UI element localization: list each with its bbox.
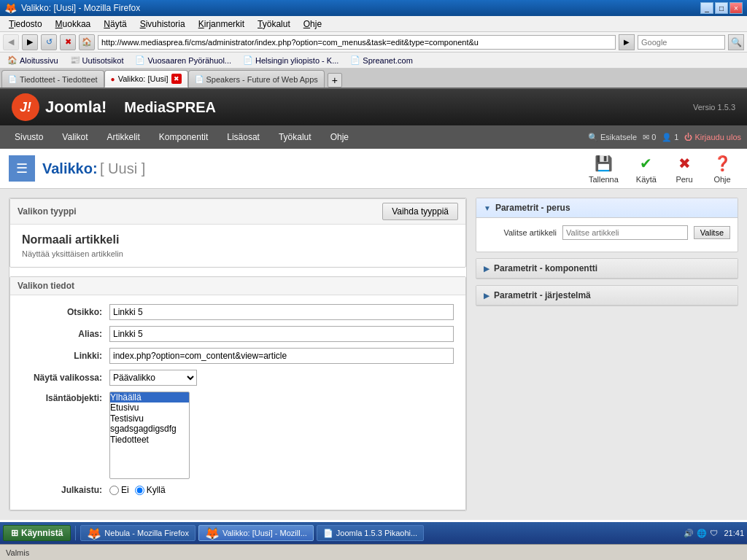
tab-favicon: 📄 (8, 75, 17, 83)
tab-tiedotteet[interactable]: 📄 Tiedotteet - Tiedotteet (1, 70, 104, 88)
bookmark-icon: 📰 (70, 55, 80, 65)
julkaistu-row: Julkaistu: Ei Kyllä (22, 485, 454, 495)
nayta-valikossa-row: Näytä valikossa: Päävalikko Valikko 2 (22, 370, 454, 386)
toolbar: 💾 Tallenna ✔ Käytä ✖ Peru ❓ Ohje (583, 150, 738, 187)
taskbar-joomla[interactable]: 📄 Joomla 1.5.3 Pikaohi... (317, 525, 424, 541)
menu-tyokalut[interactable]: Työkalut (252, 18, 296, 31)
linkki-label: Linkki: (22, 351, 109, 361)
valitse-artikkeli-input[interactable] (562, 225, 688, 240)
new-tab-button[interactable]: + (328, 73, 342, 88)
nav-sivusto[interactable]: Sivusto (6, 128, 52, 147)
bookmark-vuosaari[interactable]: 📄 Vuosaaren Pyörähuol... (131, 54, 236, 66)
system-tray-icon3: 🛡 (710, 529, 718, 537)
messages-badge[interactable]: ✉ 0 (643, 133, 656, 142)
users-icon: 👤 (662, 133, 672, 142)
logout-link[interactable]: ⏻ Kirjaudu ulos (684, 133, 741, 141)
bookmark-icon: 📄 (243, 55, 253, 65)
tab-favicon: 📄 (195, 75, 204, 83)
save-icon: 💾 (593, 153, 614, 174)
menu-nayta[interactable]: Näytä (98, 18, 132, 31)
menu-sivuhistoria[interactable]: Sivuhistoria (134, 18, 191, 31)
bookmark-aloitussivu[interactable]: 🏠 Aloitussivu (3, 54, 63, 66)
nav-valikot[interactable]: Valikot (53, 128, 96, 147)
cancel-button[interactable]: ✖ Peru (668, 150, 700, 187)
tab-valikko[interactable]: ● Valikko: [Uusi] ✖ (104, 70, 188, 88)
menu-tiedosto[interactable]: Tiedosto (3, 18, 48, 31)
back-button[interactable]: ◀ (3, 34, 19, 50)
help-button[interactable]: ❓ Ohje (706, 150, 738, 187)
alias-row: Alias: (22, 326, 454, 342)
close-button[interactable]: × (729, 2, 743, 14)
tab-speakers[interactable]: 📄 Speakers - Future of Web Apps (188, 70, 325, 88)
forward-button[interactable]: ▶ (22, 34, 38, 50)
joomla-nav: Sivusto Valikot Artikkelit Komponentit L… (0, 125, 747, 149)
save-button[interactable]: 💾 Tallenna (583, 150, 624, 187)
parametrit-jarjestelma-header[interactable]: ▶ Parametrit - järjestelmä (476, 286, 738, 306)
julkaistu-kylla-label: Kyllä (147, 485, 166, 495)
minimize-button[interactable]: _ (700, 2, 713, 14)
nav-artikkelit[interactable]: Artikkelit (98, 128, 149, 147)
window-title-bar: 🦊 Valikko: [Uusi] - Mozilla Firefox _ □ … (0, 0, 747, 16)
logout-icon: ⏻ (684, 133, 692, 141)
parametrit-perus-panel: ▼ Parametrit - perus Valitse artikkeli V… (476, 198, 738, 252)
page-icon: ☰ (9, 155, 35, 182)
reload-button[interactable]: ↺ (41, 34, 57, 50)
page-title-left: ☰ Valikko: [ Uusi ] (9, 155, 145, 182)
home-button[interactable]: 🏠 (79, 34, 95, 50)
isantaob-listbox[interactable]: Ylhäällä Etusivu Testisivu sgadsgagdigsd… (109, 392, 190, 479)
julkaistu-ei-radio[interactable] (109, 486, 119, 495)
maximize-button[interactable]: □ (715, 2, 728, 14)
stop-button[interactable]: ✖ (60, 34, 76, 50)
alias-input[interactable] (109, 326, 454, 342)
valikko-tiedot-body: Otsikko: Alias: Linkki: Näytä valikossa: (10, 295, 465, 510)
isantaob-container: Ylhäällä Etusivu Testisivu sgadsgagdigsd… (109, 392, 190, 479)
window-controls[interactable]: _ □ × (700, 2, 743, 14)
taskbar-system-icons: 🔊 🌐 🛡 (684, 529, 718, 538)
go-button[interactable]: ▶ (619, 34, 635, 50)
type-desc: Näyttää yksittäisen artikkelin (22, 249, 454, 258)
joomla-header: J! Joomla! MediaSPREA Versio 1.5.3 (0, 89, 747, 125)
taskbar-nebula[interactable]: 🦊 Nebula - Mozilla Firefox (80, 525, 196, 541)
nav-tyokalut[interactable]: Työkalut (270, 128, 320, 147)
url-input[interactable] (98, 35, 616, 50)
valikko-tyyppi-label: Valikon tyyppi (18, 206, 77, 217)
taskbar-ff-icon: 🦊 (87, 526, 101, 540)
parametrit-komponentti-header[interactable]: ▶ Parametrit - komponentti (476, 259, 738, 279)
nav-ohje[interactable]: Ohje (322, 128, 357, 147)
search-input[interactable] (638, 35, 725, 50)
nav-lisaosat[interactable]: Lisäosat (218, 128, 268, 147)
menu-muokkaa[interactable]: Muokkaa (50, 18, 97, 31)
users-badge[interactable]: 👤 1 (662, 133, 678, 142)
menu-ohje[interactable]: Ohje (298, 18, 328, 31)
firefox-icon: 🦊 (4, 2, 17, 14)
preview-icon: 🔍 (588, 133, 598, 142)
valikko-tyyppi-section: Valikon tyyppi Vaihda tyyppiä Normaali a… (9, 198, 466, 268)
preview-link[interactable]: 🔍 Esikatsele (588, 133, 637, 142)
menu-kirjanmerkit[interactable]: Kirjanmerkit (193, 18, 250, 31)
search-button[interactable]: 🔍 (728, 34, 744, 50)
start-button[interactable]: ⊞ Käynnistä (3, 525, 71, 541)
tab-favicon: ● (111, 75, 115, 83)
bookmark-spreanet[interactable]: 📄 Spreanet.com (346, 54, 417, 66)
julkaistu-radio-group: Ei Kyllä (109, 485, 166, 495)
message-icon: ✉ (643, 133, 649, 142)
apply-button[interactable]: ✔ Käytä (630, 150, 662, 187)
address-bar: ◀ ▶ ↺ ✖ 🏠 ▶ 🔍 (0, 32, 747, 52)
nav-komponentit[interactable]: Komponentit (150, 128, 217, 147)
bookmark-uutisotsikot[interactable]: 📰 Uutisotsikot (66, 54, 128, 66)
linkki-input[interactable] (109, 348, 454, 364)
valitse-button[interactable]: Valitse (694, 226, 730, 239)
julkaistu-label: Julkaistu: (22, 485, 109, 495)
joomla-nav-right: 🔍 Esikatsele ✉ 0 👤 1 ⏻ Kirjaudu ulos (588, 133, 741, 142)
julkaistu-kylla-radio[interactable] (135, 486, 144, 495)
parametrit-jarjestelma-arrow: ▶ (484, 292, 489, 300)
joomla-nav-left: Sivusto Valikot Artikkelit Komponentit L… (6, 128, 357, 147)
otsikko-input[interactable] (109, 304, 454, 320)
nayta-valikossa-select[interactable]: Päävalikko Valikko 2 (109, 370, 197, 386)
parametrit-perus-header[interactable]: ▼ Parametrit - perus (476, 198, 738, 218)
tab-close-button[interactable]: ✖ (171, 74, 182, 84)
bookmark-helsinki[interactable]: 📄 Helsingin yliopisto - K... (239, 54, 343, 66)
taskbar-valikko[interactable]: 🦊 Valikko: [Uusi] - Mozill... (198, 525, 314, 541)
valikko-tyyppi-header: Valikon tyyppi Vaihda tyyppiä (10, 199, 465, 225)
vaihda-tyyppia-button[interactable]: Vaihda tyyppiä (382, 203, 458, 220)
